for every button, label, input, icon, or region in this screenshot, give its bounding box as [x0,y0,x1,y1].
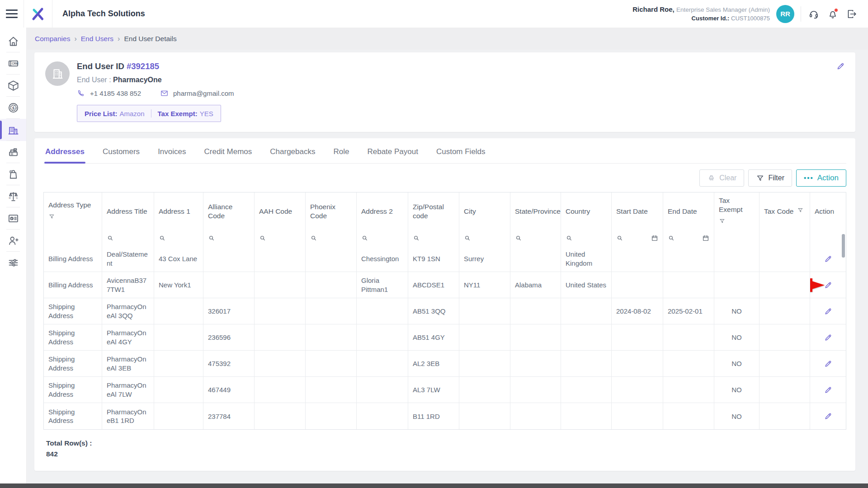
sidebar-item-balance[interactable]: DC [0,185,26,207]
edit-row-icon[interactable] [824,385,833,394]
end-user-id-value[interactable]: #392185 [127,61,159,71]
search-icon[interactable] [464,235,471,242]
search-icon[interactable] [413,235,420,242]
search-cell-zip-postal-code[interactable] [408,230,459,246]
cell-start-date [612,403,663,429]
edit-row-icon[interactable] [824,359,833,368]
filter-icon[interactable] [797,207,804,216]
tab-invoices[interactable]: Invoices [157,138,187,163]
action-button[interactable]: ••• Action [796,169,846,187]
search-cell-address-title[interactable] [102,230,154,246]
tab-custom-fields[interactable]: Custom Fields [435,138,486,163]
filter-icon[interactable] [719,218,726,227]
cell-aah-code [255,246,306,272]
balance-icon: DC [7,190,19,202]
tab-rebate-payout[interactable]: Rebate Payout [366,138,419,163]
sidebar-item-pricing[interactable]: $ [0,97,26,119]
edit-end-user-icon[interactable] [836,61,845,73]
clear-broom-icon [707,174,716,183]
filter-icon[interactable] [48,213,55,222]
sidebar-item-companies[interactable] [0,119,26,141]
edit-row-icon[interactable] [824,333,833,342]
cell-alliance-code: 237784 [203,403,255,429]
clear-button[interactable]: Clear [699,169,744,187]
search-icon[interactable] [107,235,114,242]
bottom-scrollbar[interactable] [0,483,868,488]
search-icon[interactable] [566,235,573,242]
end-user-name-value: PharmacyOne [113,76,162,84]
cell-address-2 [357,377,408,403]
search-cell-city[interactable] [459,230,510,246]
cell-address-2 [357,298,408,324]
cell-address-2 [357,324,408,350]
search-icon[interactable] [668,235,675,242]
notifications-bell-icon[interactable] [826,8,839,20]
search-cell-start-date[interactable] [612,230,663,246]
sidebar-item-crm[interactable]: CRM [0,52,26,75]
edit-row-icon[interactable] [824,281,833,290]
logout-icon[interactable] [845,8,858,20]
cell-start-date [612,324,663,350]
calendar-icon[interactable] [651,235,658,242]
search-icon[interactable] [515,235,522,242]
sidebar-item-orders[interactable] [0,163,26,185]
tab-customers[interactable]: Customers [102,138,141,163]
hamburger-menu-icon[interactable] [0,9,24,18]
cell-phoenix-code [306,298,357,324]
ellipsis-icon: ••• [804,174,814,182]
search-icon[interactable] [361,235,368,242]
edit-row-icon[interactable] [824,307,833,316]
customer-id-value: CUST1000875 [731,15,770,22]
breadcrumb: Companies›End Users›End User Details [27,28,868,50]
search-cell-address-1[interactable] [154,230,203,246]
cell-tax-exempt: NO [714,298,760,324]
cell-aah-code [255,272,306,298]
search-icon[interactable] [259,235,266,242]
search-cell-end-date[interactable] [663,230,714,246]
column-header-state-province: State/Province [510,192,561,230]
tab-chargebacks[interactable]: Chargebacks [269,138,316,163]
tab-credit-memos[interactable]: Credit Memos [203,138,253,163]
column-header-tax-code: Tax Code [760,192,810,230]
sidebar-item-settings[interactable] [0,252,26,274]
cell-address-title: PharmacyOneB1 1RD [102,403,154,429]
cell-alliance-code: 326017 [203,298,255,324]
sidebar-item-products[interactable] [0,75,26,97]
search-cell-state-province[interactable] [510,230,561,246]
support-headset-icon[interactable] [807,8,820,20]
sidebar-item-reports[interactable] [0,207,26,230]
search-cell-aah-code[interactable] [255,230,306,246]
divider [801,6,801,22]
table-row: Shipping AddressPharmacyOneB1 1RD237784B… [44,403,846,429]
vertical-scrollbar[interactable] [842,234,845,258]
sidebar-item-users[interactable] [0,230,26,252]
search-cell-tax-code [760,230,810,246]
cell-phoenix-code [306,351,357,376]
search-cell-phoenix-code[interactable] [306,230,357,246]
edit-row-icon[interactable] [824,254,833,263]
search-icon[interactable] [208,235,215,242]
filter-button[interactable]: Filter [748,169,792,187]
home-icon [7,35,19,47]
search-icon[interactable] [310,235,317,242]
cell-end-date [663,377,714,403]
calendar-icon[interactable] [702,235,709,242]
breadcrumb-item-end-users[interactable]: End Users [81,35,113,43]
search-cell-country[interactable] [561,230,612,246]
search-cell-alliance-code[interactable] [203,230,255,246]
cell-country: United States [561,272,612,298]
cell-phoenix-code [306,324,357,350]
search-icon[interactable] [616,235,623,242]
tab-role[interactable]: Role [332,138,350,163]
search-cell-address-2[interactable] [357,230,408,246]
breadcrumb-item-companies[interactable]: Companies [35,35,70,43]
sidebar-item-home[interactable] [0,30,26,52]
user-avatar[interactable]: RR [776,5,794,23]
edit-row-icon[interactable] [824,412,833,421]
cell-state-province [510,403,561,429]
app-logo[interactable] [24,0,52,28]
tab-addresses[interactable]: Addresses [44,138,85,163]
search-icon[interactable] [159,235,166,242]
cell-aah-code [255,324,306,350]
sidebar-item-billing[interactable] [0,141,26,163]
